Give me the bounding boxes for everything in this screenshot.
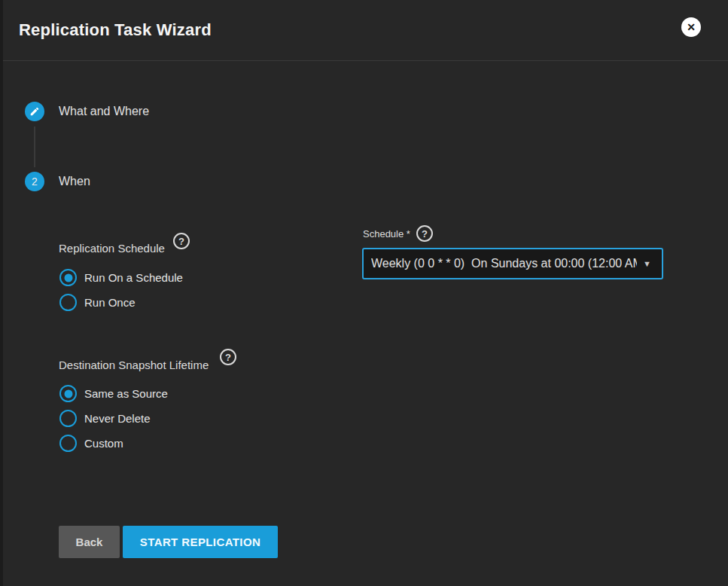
dialog-left-edge bbox=[0, 0, 3, 586]
radio-option-run-once[interactable]: Run Once bbox=[59, 294, 136, 311]
dialog-header: Replication Task Wizard bbox=[3, 0, 728, 61]
radio-option-label: Custom bbox=[84, 437, 123, 450]
step2-number: 2 bbox=[32, 175, 38, 188]
radio-unselected-icon bbox=[59, 435, 77, 452]
close-button[interactable]: ✕ bbox=[681, 17, 701, 37]
stepper-step-when[interactable]: 2 When bbox=[25, 172, 90, 191]
radio-selected-icon bbox=[59, 269, 77, 286]
radio-option-label: Never Delete bbox=[84, 412, 151, 425]
pencil-icon bbox=[29, 106, 40, 117]
replication-schedule-help-icon[interactable]: ? bbox=[173, 233, 190, 249]
radio-unselected-icon bbox=[59, 294, 77, 311]
dropdown-caret-icon: ▼ bbox=[643, 259, 651, 268]
dialog-title: Replication Task Wizard bbox=[19, 20, 212, 40]
schedule-select[interactable]: Weekly (0 0 * * 0) On Sundays at 00:00 (… bbox=[362, 248, 663, 279]
radio-selected-icon bbox=[59, 385, 77, 402]
stepper-connector-line bbox=[34, 127, 35, 167]
radio-option-label: Same as Source bbox=[84, 387, 168, 400]
replication-schedule-label: Replication Schedule bbox=[59, 242, 165, 255]
step2-indicator: 2 bbox=[25, 172, 44, 191]
destination-snapshot-lifetime-help-icon[interactable]: ? bbox=[220, 349, 236, 365]
step1-indicator bbox=[25, 102, 44, 121]
schedule-help-icon[interactable]: ? bbox=[416, 225, 433, 242]
radio-option-same-as-source[interactable]: Same as Source bbox=[59, 385, 168, 402]
schedule-label: Schedule * bbox=[363, 228, 410, 240]
start-replication-button[interactable]: START REPLICATION bbox=[123, 526, 278, 558]
replication-task-wizard-dialog: Replication Task Wizard ✕ What and Where… bbox=[0, 0, 728, 586]
radio-option-run-on-a-schedule[interactable]: Run On a Schedule bbox=[59, 269, 183, 286]
destination-snapshot-lifetime-label: Destination Snapshot Lifetime bbox=[59, 359, 209, 371]
radio-option-custom[interactable]: Custom bbox=[59, 435, 123, 452]
close-icon: ✕ bbox=[687, 22, 696, 32]
radio-option-never-delete[interactable]: Never Delete bbox=[59, 410, 151, 427]
step1-label: What and Where bbox=[59, 105, 149, 118]
stepper-step-what-and-where[interactable]: What and Where bbox=[25, 102, 149, 121]
step2-label: When bbox=[59, 175, 90, 188]
radio-unselected-icon bbox=[59, 410, 77, 427]
radio-option-label: Run Once bbox=[84, 296, 136, 309]
schedule-select-value: Weekly (0 0 * * 0) On Sundays at 00:00 (… bbox=[371, 257, 637, 270]
radio-option-label: Run On a Schedule bbox=[84, 271, 183, 284]
back-button[interactable]: Back bbox=[59, 526, 120, 558]
